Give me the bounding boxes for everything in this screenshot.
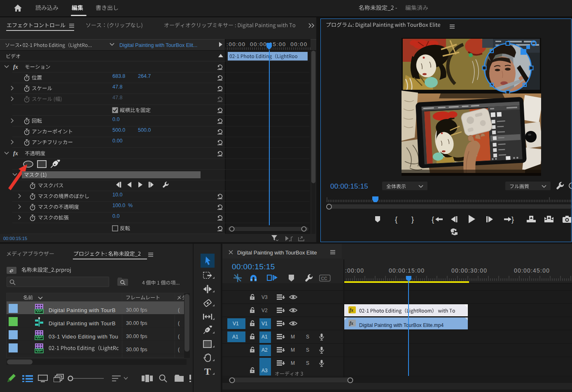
svg-text:CC: CC <box>321 276 328 281</box>
svg-text:fx: fx <box>350 321 354 326</box>
svg-text:fx: fx <box>350 308 354 313</box>
svg-text:T: T <box>204 367 211 376</box>
